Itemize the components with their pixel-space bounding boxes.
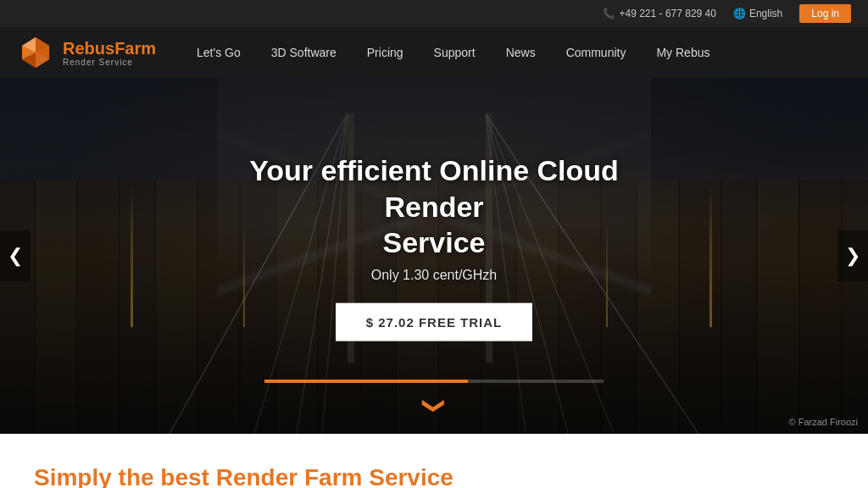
logo-icon [17, 34, 54, 71]
nav-pricing[interactable]: Pricing [352, 27, 419, 78]
logo-text: RebusFarm Render Service [63, 39, 156, 67]
carousel-progress-fill [264, 380, 468, 383]
brand-name: RebusFarm [63, 39, 156, 58]
nav-lets-go[interactable]: Let's Go [181, 27, 256, 78]
phone-number: +49 221 - 677 829 40 [620, 8, 716, 19]
scroll-down-indicator[interactable]: ❯ [421, 396, 448, 415]
carousel-progress [264, 380, 604, 383]
hero-headline: Your efficient Online Cloud Render Servi… [217, 152, 651, 261]
brand-tagline: Render Service [63, 58, 156, 67]
nav-support[interactable]: Support [419, 27, 491, 78]
carousel-next-button[interactable]: ❯ [837, 230, 868, 281]
phone-info: 📞 +49 221 - 677 829 40 [603, 8, 716, 19]
nav-my-rebus[interactable]: My Rebus [641, 27, 725, 78]
hero-headline-line1: Your efficient Online Cloud Render [249, 154, 619, 223]
globe-icon: 🌐 [733, 8, 746, 19]
brand-first: Rebus [63, 39, 114, 58]
main-nav: Let's Go 3D Software Pricing Support New… [181, 27, 725, 78]
carousel-prev-button[interactable]: ❮ [0, 230, 31, 281]
nav-news[interactable]: News [491, 27, 551, 78]
site-header: RebusFarm Render Service Let's Go 3D Sof… [0, 27, 868, 78]
logo-link[interactable]: RebusFarm Render Service [17, 34, 156, 71]
brand-second: Farm [114, 39, 156, 58]
language-label: English [749, 8, 782, 19]
phone-icon: 📞 [603, 8, 615, 19]
section-heading: Simply the best Render Farm Service [34, 464, 834, 488]
language-selector[interactable]: 🌐 English [733, 8, 782, 19]
nav-community[interactable]: Community [551, 27, 642, 78]
main-section: Simply the best Render Farm Service Our … [0, 434, 868, 488]
nav-3d-software[interactable]: 3D Software [256, 27, 352, 78]
hero-section: ❮ Your efficient Online Cloud Render Ser… [0, 78, 868, 434]
login-button[interactable]: Log in [799, 4, 851, 23]
hero-copyright: © Farzad Firoozi [789, 417, 858, 427]
hero-subtitle: Only 1.30 cent/GHzh [217, 267, 651, 282]
hero-headline-line2: Service [383, 226, 486, 258]
cta-free-trial-button[interactable]: $ 27.02 FREE TRIAL [336, 302, 533, 341]
top-bar: 📞 +49 221 - 677 829 40 🌐 English Log in [0, 0, 868, 27]
hero-content: Your efficient Online Cloud Render Servi… [217, 152, 651, 341]
